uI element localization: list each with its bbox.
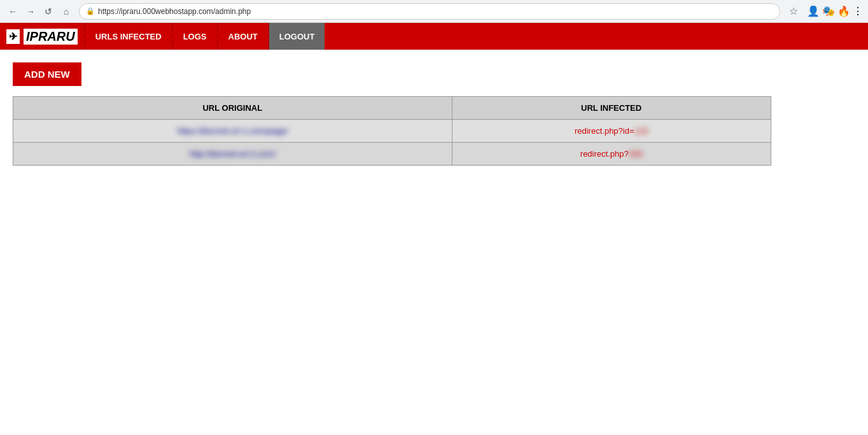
back-button[interactable]: ←	[5, 4, 20, 19]
url-table: URL ORIGINAL URL INFECTED https://blurre…	[13, 96, 771, 166]
browser-action-3: 🔥	[837, 5, 850, 17]
url-infected-value: redirect.php?id=123	[575, 126, 648, 136]
logo-icon: ✈	[6, 29, 20, 44]
col-url-infected: URL INFECTED	[452, 97, 771, 120]
home-button[interactable]: ⌂	[59, 4, 74, 19]
nav-item-logout[interactable]: LOGOUT	[269, 23, 325, 50]
forward-button[interactable]: →	[23, 4, 38, 19]
url-original-value-2: http://blurred-url-2.com/	[190, 149, 276, 159]
nav-item-urls-infected[interactable]: URLS INFECTED	[85, 23, 173, 50]
url-infected-value-2: redirect.php?456	[580, 149, 643, 159]
lock-icon: 🔒	[86, 7, 95, 15]
browser-action-icons: 👤 🎭 🔥 ⋮	[807, 5, 863, 17]
table-row: https://blurred-url-1.com/page/ redirect…	[13, 120, 771, 143]
url-infected-cell-2: redirect.php?456	[452, 143, 771, 166]
nav-item-about[interactable]: ABOUT	[218, 23, 269, 50]
col-url-original: URL ORIGINAL	[13, 97, 452, 120]
navbar: ✈ IPRARU URLS INFECTED LOGS ABOUT LOGOUT	[0, 23, 868, 50]
bookmark-star-icon[interactable]: ☆	[789, 5, 798, 17]
url-original-cell-2: http://blurred-url-2.com/	[13, 143, 452, 166]
browser-action-1: 👤	[807, 5, 820, 17]
url-original-cell: https://blurred-url-1.com/page/	[13, 120, 452, 143]
nav-item-logs[interactable]: LOGS	[173, 23, 218, 50]
url-infected-cell: redirect.php?id=123	[452, 120, 771, 143]
navbar-logo: ✈ IPRARU	[0, 23, 85, 50]
add-new-button[interactable]: ADD NEW	[13, 62, 81, 86]
browser-nav-buttons: ← → ↺ ⌂	[5, 4, 74, 19]
browser-chrome: ← → ↺ ⌂ 🔒 https://ipraru.000webhostapp.c…	[0, 0, 868, 23]
browser-action-2: 🎭	[822, 5, 835, 17]
main-content: ADD NEW URL ORIGINAL URL INFECTED https:…	[0, 50, 868, 178]
reload-button[interactable]: ↺	[41, 4, 56, 19]
logo-text: IPRARU	[24, 29, 78, 45]
url-original-value: https://blurred-url-1.com/page/	[177, 126, 288, 136]
address-bar[interactable]: 🔒 https://ipraru.000webhostapp.com/admin…	[79, 3, 780, 20]
table-row: http://blurred-url-2.com/ redirect.php?4…	[13, 143, 771, 166]
url-text: https://ipraru.000webhostapp.com/admin.p…	[98, 7, 251, 16]
browser-menu-icon[interactable]: ⋮	[853, 5, 863, 17]
